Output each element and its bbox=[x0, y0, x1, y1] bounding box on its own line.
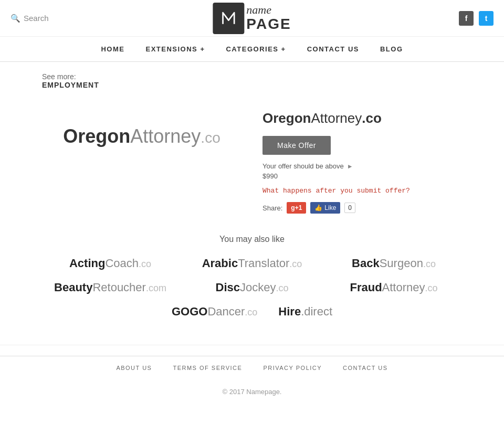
domain-tld: .co bbox=[139, 259, 151, 269]
fb-count: 0 bbox=[344, 203, 355, 213]
footer-links: ABOUT US TERMS OF SERVICE PRIVACY POLICY… bbox=[0, 356, 504, 379]
list-item[interactable]: BackSurgeon.co bbox=[326, 257, 462, 270]
list-item[interactable]: ArabicTranslator.co bbox=[184, 257, 320, 270]
logo-icon bbox=[219, 9, 238, 28]
domain-light: .direct bbox=[301, 305, 332, 318]
domain-light: Surgeon bbox=[380, 257, 423, 270]
offer-arrow-icon: ► bbox=[347, 163, 353, 170]
nav-home[interactable]: HOME bbox=[101, 38, 124, 60]
navigation: HOME EXTENSIONS + CATEGORIES + CONTACT U… bbox=[0, 37, 504, 62]
search-label: Search bbox=[24, 14, 49, 23]
domain-logo-display: OregonAttorney.co bbox=[63, 125, 220, 147]
also-like-grid: ActingCoach.co ArabicTranslator.co BackS… bbox=[42, 257, 462, 294]
offer-hint: Your offer should be above ► bbox=[262, 162, 462, 170]
nav-contact[interactable]: CONTACT US bbox=[307, 38, 359, 60]
footer-terms[interactable]: TERMS OF SERVICE bbox=[173, 365, 242, 371]
main-content: See more: EMPLOYMENT OregonAttorney.co O… bbox=[0, 62, 504, 345]
header: 🔍 Search name PAGE f t bbox=[0, 0, 504, 37]
list-item[interactable]: DiscJockey.co bbox=[184, 281, 320, 294]
domain-bold: Beauty bbox=[54, 281, 92, 294]
facebook-icon[interactable]: f bbox=[459, 11, 474, 26]
list-item[interactable]: BeautyRetoucher.com bbox=[42, 281, 178, 294]
share-label: Share: bbox=[262, 204, 282, 212]
domain-logo-bold: Oregon bbox=[63, 125, 130, 147]
facebook-like-button[interactable]: 👍 Like bbox=[310, 202, 340, 214]
nav-categories[interactable]: CATEGORIES + bbox=[226, 38, 286, 60]
fb-like-label: Like bbox=[324, 204, 336, 211]
footer-about[interactable]: ABOUT US bbox=[116, 365, 152, 371]
domain-tld: .co bbox=[245, 307, 257, 317]
domain-bold: Disc bbox=[216, 281, 240, 294]
gplus-button[interactable]: g+1 bbox=[287, 202, 306, 214]
domain-title-tld: .co bbox=[362, 110, 382, 126]
footer-contact[interactable]: CONTACT US bbox=[343, 365, 388, 371]
footer-divider bbox=[0, 345, 504, 345]
domain-info: OregonAttorney.co Make Offer Your offer … bbox=[262, 105, 462, 214]
domain-tld: .co bbox=[425, 283, 438, 293]
breadcrumb-category[interactable]: EMPLOYMENT bbox=[42, 81, 462, 89]
search-icon: 🔍 bbox=[10, 14, 20, 23]
list-item[interactable]: Hire.direct bbox=[278, 305, 332, 319]
also-like-section: You may also like ActingCoach.co ArabicT… bbox=[42, 235, 462, 319]
also-like-title: You may also like bbox=[42, 235, 462, 244]
domain-light: Jockey bbox=[240, 281, 276, 294]
domain-logo-area: OregonAttorney.co bbox=[42, 105, 242, 168]
social-icons: f t bbox=[459, 11, 494, 26]
domain-bold: Fraud bbox=[350, 281, 382, 294]
logo-icon-box bbox=[213, 3, 244, 34]
make-offer-button[interactable]: Make Offer bbox=[262, 136, 331, 155]
domain-light: Coach bbox=[105, 257, 139, 270]
domain-section: OregonAttorney.co OregonAttorney.co Make… bbox=[42, 105, 462, 214]
domain-tld: .co bbox=[289, 259, 302, 269]
domain-tld: .co bbox=[276, 283, 288, 293]
share-row: Share: g+1 👍 Like 0 bbox=[262, 202, 462, 214]
what-happens-link[interactable]: What happens after you submit offer? bbox=[262, 187, 410, 195]
logo-text: name PAGE bbox=[246, 4, 291, 33]
domain-bold: Back bbox=[352, 257, 380, 270]
list-item[interactable]: GOGODancer.co bbox=[172, 305, 257, 319]
domain-bold: Acting bbox=[69, 257, 105, 270]
see-more-label: See more: bbox=[42, 72, 462, 81]
also-like-row-3: GOGODancer.co Hire.direct bbox=[42, 305, 462, 319]
domain-light: Dancer bbox=[207, 305, 245, 318]
list-item[interactable]: FraudAttorney.co bbox=[326, 281, 462, 294]
domain-logo-tld: .co bbox=[201, 130, 220, 146]
copyright: © 2017 Namepage. bbox=[0, 379, 504, 411]
domain-light: Retoucher bbox=[92, 281, 146, 294]
logo[interactable]: name PAGE bbox=[213, 3, 291, 34]
offer-amount: $990 bbox=[262, 172, 462, 180]
list-item[interactable]: ActingCoach.co bbox=[42, 257, 178, 270]
nav-extensions[interactable]: EXTENSIONS + bbox=[145, 38, 205, 60]
domain-title-light: Attorney bbox=[311, 110, 362, 126]
domain-bold: GOGO bbox=[172, 305, 207, 318]
domain-light: Attorney bbox=[382, 281, 425, 294]
domain-title-bold: Oregon bbox=[262, 110, 311, 126]
domain-title: OregonAttorney.co bbox=[262, 110, 462, 126]
thumb-icon: 👍 bbox=[314, 204, 322, 211]
domain-tld: .com bbox=[146, 283, 166, 293]
breadcrumb: See more: EMPLOYMENT bbox=[42, 72, 462, 89]
logo-page: PAGE bbox=[246, 16, 291, 33]
nav-blog[interactable]: BLOG bbox=[380, 38, 403, 60]
copyright-year: © 2017 bbox=[223, 388, 245, 396]
domain-tld: .co bbox=[423, 259, 436, 269]
twitter-icon[interactable]: t bbox=[479, 11, 494, 26]
search-bar[interactable]: 🔍 Search bbox=[10, 14, 49, 23]
logo-name: name bbox=[246, 4, 291, 16]
domain-bold: Arabic bbox=[202, 257, 238, 270]
domain-logo-light: Attorney bbox=[130, 125, 201, 147]
offer-hint-text: Your offer should be above bbox=[262, 162, 344, 170]
copyright-brand[interactable]: Namepage. bbox=[246, 388, 281, 396]
domain-bold: Hire bbox=[278, 305, 301, 318]
domain-light: Translator bbox=[238, 257, 289, 270]
footer-privacy[interactable]: PRIVACY POLICY bbox=[263, 365, 322, 371]
